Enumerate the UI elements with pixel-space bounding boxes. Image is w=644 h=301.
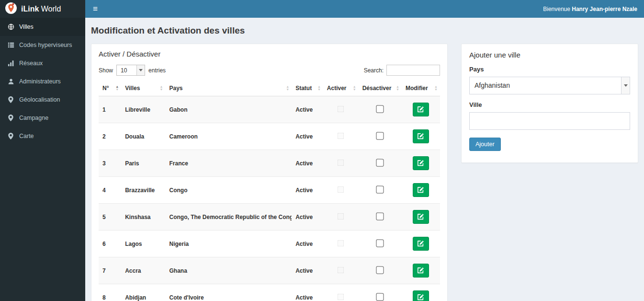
desactiver-checkbox[interactable]: [376, 212, 384, 220]
add-city-panel: Ajouter une ville Pays Afghanistan Ville…: [461, 44, 638, 163]
main-content: Modification et Activation des villes Ac…: [85, 18, 644, 301]
modifier-button[interactable]: [413, 156, 429, 170]
desactiver-checkbox[interactable]: [376, 185, 384, 193]
modifier-button[interactable]: [413, 103, 429, 116]
edit-pencil-icon: [418, 160, 424, 166]
sidebar-item-campagne[interactable]: Campagne: [0, 109, 85, 127]
column-header-desactiver[interactable]: Désactiver▲▼: [359, 81, 402, 96]
entries-select[interactable]: 10: [116, 65, 145, 76]
modifier-button[interactable]: [413, 183, 429, 197]
logo-area[interactable]: iLink World: [0, 0, 85, 18]
cell-ville: Lagos: [121, 231, 165, 257]
list-icon: [7, 42, 14, 48]
table-row: 6LagosNigeriaActive: [99, 231, 440, 257]
cell-statut: Active: [292, 257, 323, 284]
cell-pays: Cote d'Ivoire: [166, 284, 292, 301]
pays-select[interactable]: Afghanistan: [469, 77, 630, 94]
sidebar-toggle-icon[interactable]: ≡: [85, 0, 105, 18]
activer-checkbox: [338, 293, 344, 300]
cell-ville: Abidjan: [121, 284, 165, 301]
cell-num: 4: [99, 177, 121, 204]
sidebar-item-carte[interactable]: Carte: [0, 127, 85, 145]
cell-statut: Active: [292, 284, 323, 301]
activer-checkbox: [338, 213, 344, 220]
cell-statut: Active: [292, 177, 323, 204]
modifier-button[interactable]: [413, 264, 429, 278]
sidebar-item-codes-hyperviseurs[interactable]: Codes hyperviseurs: [0, 36, 85, 54]
cell-ville: Kinshasa: [121, 204, 165, 231]
desactiver-checkbox[interactable]: [376, 239, 384, 247]
page-title: Modification et Activation des villes: [91, 25, 638, 36]
entries-label: entries: [148, 67, 166, 74]
column-header-statut[interactable]: Statut▲▼: [292, 81, 323, 96]
cell-ville: Douala: [121, 123, 165, 150]
cell-statut: Active: [292, 204, 323, 231]
sidebar-item-label: Géolocalisation: [19, 96, 60, 103]
activer-checkbox: [338, 240, 344, 246]
column-header-label: Désactiver: [362, 85, 392, 92]
cell-pays: Congo: [166, 177, 292, 204]
modifier-button[interactable]: [413, 129, 429, 143]
column-header-villes[interactable]: Villes▲▼: [121, 81, 165, 96]
cell-statut: Active: [292, 150, 323, 177]
desactiver-checkbox[interactable]: [376, 159, 384, 166]
sidebar-item-administrateurs[interactable]: Administrateurs: [0, 72, 85, 91]
cell-num: 1: [99, 96, 121, 123]
sidebar-item-label: Administrateurs: [19, 78, 61, 85]
cell-num: 7: [99, 257, 121, 284]
edit-pencil-icon: [418, 133, 424, 139]
sidebar-item-villes[interactable]: Villes: [0, 18, 85, 36]
activer-checkbox: [338, 186, 344, 193]
modifier-button[interactable]: [413, 290, 429, 301]
activer-checkbox: [338, 132, 344, 139]
ajouter-button[interactable]: Ajouter: [469, 138, 501, 151]
edit-pencil-icon: [418, 214, 424, 220]
sidebar-menu: VillesCodes hyperviseursRéseauxAdministr…: [0, 18, 85, 145]
cell-num: 5: [99, 204, 121, 231]
app-title: iLink World: [21, 5, 61, 13]
desactiver-checkbox[interactable]: [376, 266, 384, 274]
cell-pays: France: [166, 150, 292, 177]
column-header-activer[interactable]: Activer▲▼: [323, 81, 359, 96]
sidebar-item-reseaux[interactable]: Réseaux: [0, 54, 85, 72]
welcome-user-name: Hanry Jean-pierre Nzale: [572, 6, 637, 12]
modifier-button[interactable]: [413, 237, 429, 251]
app-logo-icon: [5, 2, 17, 16]
welcome-message: Bienvenue Hanry Jean-pierre Nzale: [543, 6, 644, 12]
map-marker-icon: [7, 133, 14, 139]
table-row: 2DoualaCameroonActive: [99, 123, 440, 150]
sidebar-item-geolocalisation[interactable]: Géolocalisation: [0, 91, 85, 109]
welcome-prefix: Bienvenue: [543, 6, 572, 12]
desactiver-checkbox[interactable]: [376, 105, 384, 113]
search-input[interactable]: [386, 65, 440, 76]
sort-icon: ▲▼: [160, 85, 163, 91]
search-label: Search:: [364, 67, 384, 74]
sort-icon: ▲▼: [286, 85, 289, 91]
column-header-pays[interactable]: Pays▲▼: [166, 81, 292, 96]
desactiver-checkbox[interactable]: [376, 132, 384, 139]
signal-bars-icon: [7, 60, 14, 67]
cell-statut: Active: [292, 231, 323, 257]
column-header-label: Villes: [125, 85, 140, 92]
ville-label: Ville: [469, 101, 630, 108]
desactiver-checkbox[interactable]: [376, 293, 384, 301]
cell-ville: Accra: [121, 257, 165, 284]
villes-table-panel: Activer / Désactiver Show 10 entries Sea…: [91, 44, 448, 301]
chevron-down-icon: [621, 77, 630, 94]
table-body: 1LibrevilleGabonActive2DoualaCameroonAct…: [99, 96, 440, 301]
ville-input[interactable]: [469, 112, 630, 130]
column-header-n[interactable]: N°▲▼: [99, 81, 121, 96]
app-title-light: World: [41, 5, 61, 13]
sort-icon: ▲▼: [396, 85, 399, 91]
sidebar-item-label: Campagne: [19, 115, 48, 121]
table-row: 7AccraGhanaActive: [99, 257, 440, 284]
column-header-modifier[interactable]: Modifier▲▼: [402, 81, 440, 96]
modifier-button[interactable]: [413, 210, 429, 224]
table-row: 3ParisFranceActive: [99, 150, 440, 177]
sidebar-item-label: Réseaux: [19, 60, 43, 67]
user-icon: [7, 78, 14, 85]
villes-table: N°▲▼Villes▲▼Pays▲▼Statut▲▼Activer▲▼Désac…: [99, 81, 440, 301]
pays-label: Pays: [469, 66, 630, 73]
map-marker-icon: [7, 115, 14, 121]
entries-select-value: 10: [121, 67, 127, 74]
